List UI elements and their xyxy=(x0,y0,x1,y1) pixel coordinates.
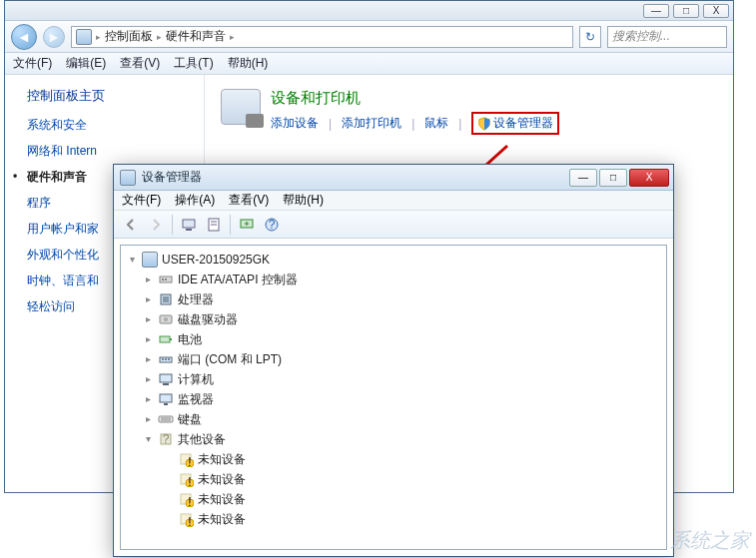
expander-icon[interactable]: ▸ xyxy=(143,374,154,385)
tree-node[interactable]: ▸键盘 xyxy=(125,409,666,429)
sidebar-title[interactable]: 控制面板主页 xyxy=(27,87,204,105)
dm-minimize-button[interactable]: — xyxy=(569,169,597,187)
link-mouse[interactable]: 鼠标 xyxy=(424,115,448,132)
tree-node[interactable]: ▸处理器 xyxy=(125,289,666,309)
refresh-button[interactable]: ↻ xyxy=(579,26,601,48)
expander-icon[interactable]: ▾ xyxy=(127,255,138,266)
dm-close-button[interactable]: X xyxy=(629,169,669,187)
close-button[interactable]: X xyxy=(703,4,729,18)
svg-text:!: ! xyxy=(188,475,191,487)
menu-view[interactable]: 查看(V) xyxy=(120,55,160,72)
expander-icon[interactable]: ▸ xyxy=(143,334,154,345)
dm-menu-file[interactable]: 文件(F) xyxy=(122,192,161,209)
sidebar-item[interactable]: 网络和 Intern xyxy=(27,143,204,160)
category-title[interactable]: 设备和打印机 xyxy=(271,89,559,108)
tree-node[interactable]: ▸磁盘驱动器 xyxy=(125,309,666,329)
breadcrumb-root[interactable]: 控制面板 xyxy=(105,28,153,45)
menu-edit[interactable]: 编辑(E) xyxy=(66,55,106,72)
cpu-icon xyxy=(158,291,174,307)
svg-rect-26 xyxy=(159,416,173,422)
minimize-button[interactable]: — xyxy=(643,4,669,18)
svg-point-20 xyxy=(165,358,167,360)
svg-point-11 xyxy=(165,279,167,280)
dm-maximize-button[interactable]: □ xyxy=(599,169,627,187)
expander-icon[interactable]: ▾ xyxy=(143,434,154,445)
dm-menubar: 文件(F) 操作(A) 查看(V) 帮助(H) xyxy=(114,191,673,211)
tree-leaf[interactable]: !未知设备 xyxy=(125,449,666,469)
computer-icon xyxy=(142,252,158,268)
dm-menu-view[interactable]: 查看(V) xyxy=(229,192,269,209)
tree-node[interactable]: ▸监视器 xyxy=(125,389,666,409)
expander-icon[interactable]: ▸ xyxy=(143,314,154,325)
crumb-sep-icon: ▸ xyxy=(230,32,235,42)
device-tree: ▾USER-20150925GK▸IDE ATA/ATAPI 控制器▸处理器▸磁… xyxy=(121,246,666,533)
tree-node[interactable]: ▸IDE ATA/ATAPI 控制器 xyxy=(125,270,666,289)
expander-icon[interactable]: ▸ xyxy=(143,294,154,305)
tree-leaf[interactable]: !未知设备 xyxy=(125,469,666,489)
crumb-sep-icon: ▸ xyxy=(96,32,101,42)
search-input[interactable]: 搜索控制... xyxy=(607,26,727,48)
tree-node[interactable]: ▸端口 (COM 和 LPT) xyxy=(125,349,666,369)
device-manager-window: 设备管理器 — □ X 文件(F) 操作(A) 查看(V) 帮助(H) ? ▾U… xyxy=(113,164,674,557)
nav-back-button[interactable]: ◄ xyxy=(11,24,37,50)
menu-help[interactable]: 帮助(H) xyxy=(228,55,269,72)
cp-nav-bar: ◄ ► ▸ 控制面板 ▸ 硬件和声音 ▸ ↻ 搜索控制... xyxy=(5,21,733,53)
menu-file[interactable]: 文件(F) xyxy=(13,55,52,72)
link-device-manager[interactable]: 设备管理器 xyxy=(493,115,553,132)
sidebar-item[interactable]: 系统和安全 xyxy=(27,117,204,134)
monitor-icon xyxy=(158,391,174,407)
tb-back-icon[interactable] xyxy=(120,214,142,236)
cp-titlebar: — □ X xyxy=(5,1,733,21)
tb-forward-icon[interactable] xyxy=(145,214,167,236)
tree-root[interactable]: ▾USER-20150925GK xyxy=(125,250,666,270)
svg-rect-25 xyxy=(164,403,168,405)
svg-point-10 xyxy=(162,279,164,280)
svg-rect-1 xyxy=(183,220,195,228)
tree-label: 电池 xyxy=(178,329,202,349)
crumb-sep-icon: ▸ xyxy=(157,32,162,42)
breadcrumb-leaf[interactable]: 硬件和声音 xyxy=(166,28,226,45)
svg-rect-16 xyxy=(160,336,170,342)
category-links: 添加设备 | 添加打印机 | 鼠标 | 设备管理器 xyxy=(271,112,559,135)
svg-text:!: ! xyxy=(188,455,191,467)
expander-icon[interactable]: ▸ xyxy=(143,414,154,425)
svg-text:?: ? xyxy=(269,218,276,232)
unknown-icon: ! xyxy=(178,511,194,527)
svg-rect-2 xyxy=(186,229,192,231)
link-add-printer[interactable]: 添加打印机 xyxy=(342,115,401,132)
tree-label: 其他设备 xyxy=(178,429,226,449)
expander-icon[interactable]: ▸ xyxy=(143,275,154,285)
dm-menu-help[interactable]: 帮助(H) xyxy=(283,192,324,209)
tree-label: 计算机 xyxy=(178,369,214,389)
tree-label: IDE ATA/ATAPI 控制器 xyxy=(178,270,298,289)
unknown-icon: ! xyxy=(178,491,194,507)
menu-tools[interactable]: 工具(T) xyxy=(174,55,213,72)
expander-icon[interactable]: ▸ xyxy=(143,394,154,405)
svg-rect-17 xyxy=(170,338,172,340)
maximize-button[interactable]: □ xyxy=(673,4,699,18)
address-bar[interactable]: ▸ 控制面板 ▸ 硬件和声音 ▸ xyxy=(71,26,573,48)
tb-help-icon[interactable]: ? xyxy=(261,214,283,236)
tree-leaf[interactable]: !未知设备 xyxy=(125,489,666,509)
tb-scan-icon[interactable] xyxy=(236,214,258,236)
tree-label: 未知设备 xyxy=(198,509,246,529)
svg-point-21 xyxy=(168,358,170,360)
tree-node[interactable]: ▸计算机 xyxy=(125,369,666,389)
expander-icon[interactable]: ▸ xyxy=(143,354,154,365)
nav-forward-button[interactable]: ► xyxy=(43,26,65,48)
port-icon xyxy=(158,351,174,367)
tb-computer-icon[interactable] xyxy=(178,214,200,236)
tree-leaf[interactable]: !未知设备 xyxy=(125,509,666,529)
tree-node[interactable]: ▸电池 xyxy=(125,329,666,349)
dm-menu-action[interactable]: 操作(A) xyxy=(175,192,215,209)
tb-properties-icon[interactable] xyxy=(203,214,225,236)
battery-icon xyxy=(158,331,174,347)
tree-label: USER-20150925GK xyxy=(162,250,270,270)
tree-node[interactable]: ▾?其他设备 xyxy=(125,429,666,449)
ide-icon xyxy=(158,272,174,287)
link-separator: | xyxy=(458,117,461,131)
link-separator: | xyxy=(329,117,332,131)
expander-placeholder xyxy=(163,454,174,465)
keyboard-icon xyxy=(158,411,174,427)
link-add-device[interactable]: 添加设备 xyxy=(271,115,319,132)
